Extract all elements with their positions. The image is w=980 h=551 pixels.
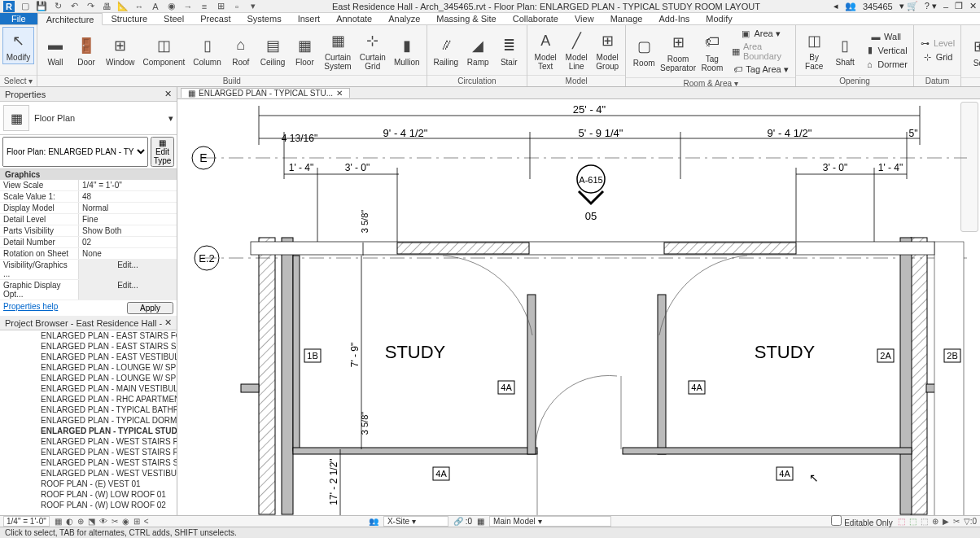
ribbon-tab-structure[interactable]: Structure bbox=[103, 13, 155, 24]
by-face-tool[interactable]: ◫By Face bbox=[799, 28, 829, 72]
set-wp-tool[interactable]: ⊞Set bbox=[965, 33, 980, 69]
edit-type-button[interactable]: ▦ Edit Type bbox=[151, 137, 174, 167]
browser-item[interactable]: ENLARGED PLAN - WEST STAIRS FO bbox=[0, 447, 177, 457]
save-icon[interactable]: 💾 bbox=[36, 1, 47, 12]
ribbon-tab-architecture[interactable]: Architecture bbox=[37, 13, 103, 25]
property-row[interactable]: Display ModelNormal bbox=[0, 203, 177, 214]
sb-icon[interactable]: ✂ bbox=[953, 517, 960, 526]
browser-item[interactable]: ENLARGED PLAN - WEST STAIRS SEC bbox=[0, 457, 177, 468]
design-option-icon[interactable]: ▦ bbox=[477, 517, 484, 526]
floor-plan-canvas[interactable]: E E.2 25' - 4" 4 13/16" 9' - 4 1/2" 5' - bbox=[177, 99, 980, 515]
switch-icon[interactable]: ▫ bbox=[231, 1, 243, 12]
property-row[interactable]: Graphic Display Opt...Edit... bbox=[0, 280, 177, 300]
close-icon[interactable]: ⊞ bbox=[215, 1, 226, 12]
grid-tool[interactable]: ⊹Grid bbox=[917, 50, 957, 63]
type-dropdown-icon[interactable]: ▾ bbox=[168, 113, 173, 124]
dim-icon[interactable]: ↔ bbox=[133, 1, 145, 12]
editable-only-checkbox[interactable]: Editable Only bbox=[831, 515, 892, 527]
sb-icon[interactable]: ⊕ bbox=[932, 517, 938, 526]
section-icon[interactable]: → bbox=[182, 1, 194, 12]
print-icon[interactable]: 🖶 bbox=[101, 1, 112, 12]
restore-icon[interactable]: ❐ bbox=[955, 1, 963, 11]
close-browser-icon[interactable]: ✕ bbox=[164, 317, 172, 328]
ribbon-tab-add-ins[interactable]: Add-Ins bbox=[650, 13, 698, 24]
file-tab[interactable]: File bbox=[0, 13, 37, 24]
floor-tool[interactable]: ▦Floor bbox=[290, 33, 319, 68]
vc-icon[interactable]: ⬔ bbox=[88, 517, 95, 526]
dormer-tool[interactable]: ⌂Dormer bbox=[861, 58, 910, 71]
text-icon[interactable]: A bbox=[150, 1, 161, 12]
vertical-opening-tool[interactable]: ▮Vertical bbox=[861, 44, 910, 57]
user-name[interactable]: 345465 bbox=[863, 2, 893, 11]
modify-tool[interactable]: ↖ Modify bbox=[2, 27, 34, 64]
property-row[interactable]: Scale Value 1:48 bbox=[0, 191, 177, 203]
help-icon[interactable]: ? ▾ bbox=[925, 1, 937, 11]
ribbon-tab-analyze[interactable]: Analyze bbox=[380, 13, 428, 24]
measure-icon[interactable]: 📐 bbox=[117, 1, 129, 12]
property-row[interactable]: Parts VisibilityShow Both bbox=[0, 225, 177, 237]
close-properties-icon[interactable]: ✕ bbox=[164, 89, 172, 99]
door-tool[interactable]: 🚪Door bbox=[72, 33, 101, 68]
type-selector[interactable]: Floor Plan bbox=[34, 113, 164, 123]
ribbon-tab-manage[interactable]: Manage bbox=[602, 13, 651, 24]
vc-icon[interactable]: ◉ bbox=[122, 517, 129, 526]
cart-icon[interactable]: ▾ 🛒 bbox=[899, 1, 918, 11]
view-scale[interactable]: 1/4" = 1'-0" bbox=[3, 516, 50, 527]
shaft-tool[interactable]: ▯Shaft bbox=[830, 33, 860, 68]
property-row[interactable]: View Scale1/4" = 1'-0" bbox=[0, 180, 177, 191]
window-tool[interactable]: ⊞Window bbox=[103, 33, 138, 68]
curtain_grid-tool[interactable]: ⊹Curtain Grid bbox=[357, 28, 389, 72]
stair-tool[interactable]: ≣Stair bbox=[494, 33, 523, 68]
vc-icon[interactable]: ⊕ bbox=[77, 517, 84, 526]
info-icon[interactable]: ◂ bbox=[833, 1, 838, 11]
ribbon-tab-massing-site[interactable]: Massing & Site bbox=[428, 13, 504, 24]
area-tool[interactable]: ▣Area ▾ bbox=[728, 27, 792, 40]
app-icon[interactable]: R bbox=[3, 1, 15, 12]
minimize-icon[interactable]: – bbox=[943, 2, 948, 11]
railing-tool[interactable]: ⫽Railing bbox=[431, 33, 462, 68]
redo-icon[interactable]: ↷ bbox=[85, 1, 96, 12]
ribbon-tab-view[interactable]: View bbox=[567, 13, 602, 24]
component-tool[interactable]: ◫Component bbox=[140, 33, 189, 68]
vc-icon[interactable]: ▦ bbox=[55, 517, 62, 526]
property-row[interactable]: Visibility/Graphics ...Edit... bbox=[0, 260, 177, 280]
dropdown-icon[interactable]: ▾ bbox=[247, 1, 259, 12]
room-tool[interactable]: ▢Room bbox=[629, 33, 658, 69]
sync-icon[interactable]: ↻ bbox=[52, 1, 63, 12]
user-icon[interactable]: 👥 bbox=[845, 1, 856, 11]
sb-icon[interactable]: ⬚ bbox=[898, 517, 905, 526]
level-tool[interactable]: ⊶Level bbox=[917, 37, 957, 50]
browser-item[interactable]: ENLARGED PLAN - EAST VESTIBULE bbox=[0, 352, 177, 362]
browser-item[interactable]: ENLARGED PLAN - EAST STAIRS FOU bbox=[0, 330, 177, 341]
browser-item[interactable]: ENLARGED PLAN - LOUNGE W/ SPIR bbox=[0, 373, 177, 383]
ribbon-tab-precast[interactable]: Precast bbox=[192, 13, 238, 24]
line-tool[interactable]: ╱Model Line bbox=[562, 28, 591, 72]
browser-item[interactable]: ROOF PLAN - (E) VEST 01 bbox=[0, 479, 177, 489]
browser-item[interactable]: ENLARGED PLAN - EAST STAIRS SEC bbox=[0, 341, 177, 352]
roof-tool[interactable]: ⌂Roof bbox=[226, 33, 256, 68]
browser-item[interactable]: ROOF PLAN - (W) LOW ROOF 02 bbox=[0, 500, 177, 510]
browser-item[interactable]: ROOF PLAN - (W) LOW ROOF 01 bbox=[0, 489, 177, 500]
browser-item[interactable]: ENLARGED PLAN - TYPICAL DORM U bbox=[0, 415, 177, 426]
apply-button[interactable]: Apply bbox=[127, 302, 173, 314]
room-separator-tool[interactable]: ⊞Room Separator bbox=[660, 29, 696, 74]
tag-area-tool[interactable]: 🏷Tag Area ▾ bbox=[728, 63, 792, 76]
text-tool[interactable]: AModel Text bbox=[531, 28, 560, 72]
ceiling-tool[interactable]: ▤Ceiling bbox=[257, 33, 289, 68]
instance-selector[interactable]: Floor Plan: ENLARGED PLAN - TY bbox=[2, 137, 148, 167]
vc-icon[interactable]: 👁 bbox=[99, 517, 107, 526]
column-tool[interactable]: ▯Column bbox=[190, 33, 224, 68]
browser-item[interactable]: ENLARGED PLAN - MAIN VESTIBULE bbox=[0, 383, 177, 394]
sb-icon[interactable]: ⬚ bbox=[909, 517, 917, 526]
ribbon-tab-annotate[interactable]: Annotate bbox=[328, 13, 380, 24]
property-row[interactable]: Detail LevelFine bbox=[0, 214, 177, 225]
ribbon-tab-modify[interactable]: Modify bbox=[698, 13, 740, 24]
ramp-tool[interactable]: ◢Ramp bbox=[463, 33, 492, 68]
browser-item[interactable]: ENLARGED PLAN - TYPICAL BATHRO bbox=[0, 405, 177, 415]
drawing-area[interactable]: ▦ ENLARGED PLAN - TYPICAL STU... ✕ E E.2… bbox=[177, 87, 980, 515]
wall-opening-tool[interactable]: ▬Wall bbox=[861, 30, 910, 43]
sb-icon[interactable]: ▶ bbox=[943, 517, 949, 526]
browser-item[interactable]: ENLARGED PLAN - WEST STAIRS FIR bbox=[0, 436, 177, 447]
workset-combo[interactable]: X-Site ▾ bbox=[383, 516, 448, 527]
sb-icon[interactable]: ▽:0 bbox=[964, 517, 977, 526]
